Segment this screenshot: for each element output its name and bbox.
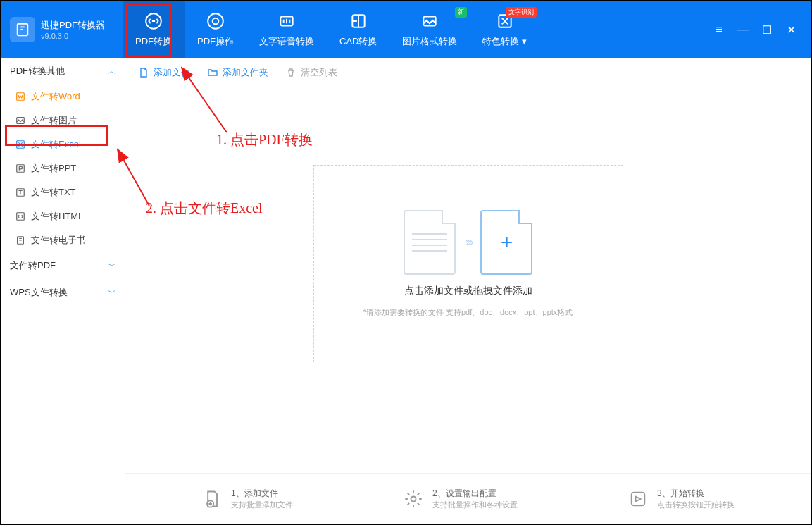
svg-rect-11 [17, 165, 25, 173]
sidebar-item-label: 文件转Excel [31, 138, 81, 151]
nav-tab-special[interactable]: 文字识别 特色转换 ▾ [470, 1, 539, 58]
sidebar-item-label: 文件转Word [31, 90, 80, 103]
step-1: 1、添加文件 支持批量添加文件 [201, 488, 293, 510]
convert-icon [627, 488, 649, 509]
file-icon [138, 67, 149, 78]
step-3: 3、开始转换 点击转换按钮开始转换 [627, 488, 735, 510]
group-label: PDF转换其他 [10, 65, 65, 78]
dropzone-subtitle: *请添加需要转换的文件 支持pdf、doc、docx、ppt、pptx格式 [363, 307, 573, 318]
step-title: 1、添加文件 [231, 488, 293, 500]
gear-icon [206, 11, 225, 31]
menu-icon[interactable]: ≡ [713, 24, 725, 35]
word-icon [15, 92, 25, 101]
image-icon [420, 11, 439, 31]
chevron-up-icon: ︿ [108, 66, 116, 78]
sidebar: PDF转换其他 ︿ 文件转Word 文件转图片 文件转Excel 文件转PPT [1, 58, 125, 524]
nav-tab-image[interactable]: 新 图片格式转换 [389, 1, 470, 58]
excel-icon [15, 140, 25, 149]
sidebar-group-header[interactable]: WPS文件转换 ﹀ [1, 279, 125, 306]
add-folder-button[interactable]: 添加文件夹 [207, 66, 268, 79]
sidebar-item-ebook[interactable]: 文件转电子书 [1, 228, 125, 252]
sidebar-item-label: 文件转图片 [31, 114, 77, 127]
sidebar-group-pdf-to-other: PDF转换其他 ︿ 文件转Word 文件转图片 文件转Excel 文件转PPT [1, 58, 125, 252]
toolbar-label: 添加文件 [154, 66, 190, 79]
add-file-icon [201, 488, 223, 509]
sidebar-item-ppt[interactable]: 文件转PPT [1, 156, 125, 180]
add-file-icon: + [480, 210, 532, 275]
html-icon [15, 211, 25, 221]
sidebar-group-header[interactable]: 文件转PDF ﹀ [1, 252, 125, 279]
sidebar-group-header[interactable]: PDF转换其他 ︿ [1, 58, 125, 85]
folder-icon [207, 67, 218, 78]
logo-area: 迅捷PDF转换器 v9.0.3.0 [10, 17, 123, 42]
nav-tab-label: 文字语音转换 [259, 35, 314, 48]
audio-icon [277, 11, 296, 31]
footer-steps: 1、添加文件 支持批量添加文件 2、设置输出配置 支持批量操作和各种设置 3、开… [125, 473, 811, 524]
chevron-down-icon: ▾ [522, 36, 527, 47]
dropzone[interactable]: › › › + 点击添加文件或拖拽文件添加 *请添加需要转换的文件 支持pdf、… [313, 165, 623, 362]
sidebar-item-html[interactable]: 文件转HTMl [1, 204, 125, 228]
plus-icon: + [501, 230, 513, 254]
sidebar-group-to-pdf: 文件转PDF ﹀ [1, 252, 125, 279]
titlebar: 迅捷PDF转换器 v9.0.3.0 PDF转换 PDF操作 文字语音转换 CAD… [1, 1, 811, 58]
badge-ocr: 文字识别 [506, 7, 537, 18]
app-logo-icon [10, 17, 35, 42]
nav-tabs: PDF转换 PDF操作 文字语音转换 CAD转换 新 图片格式转换 文字识别 特… [123, 1, 713, 58]
svg-point-2 [208, 13, 223, 29]
sidebar-item-txt[interactable]: 文件转TXT [1, 180, 125, 204]
image-icon [15, 116, 25, 125]
settings-icon [403, 488, 424, 509]
close-icon[interactable]: ✕ [785, 24, 797, 35]
cad-icon [349, 11, 368, 31]
chevron-down-icon: ﹀ [108, 260, 116, 272]
badge-new: 新 [455, 7, 467, 18]
dropzone-title: 点击添加文件或拖拽文件添加 [404, 285, 532, 297]
group-label: 文件转PDF [10, 259, 56, 272]
ppt-icon [15, 163, 25, 173]
nav-tab-pdf-ops[interactable]: PDF操作 [185, 1, 246, 58]
sidebar-item-label: 文件转电子书 [31, 234, 86, 247]
sidebar-group-wps: WPS文件转换 ﹀ [1, 279, 125, 306]
sidebar-item-word[interactable]: 文件转Word [1, 85, 125, 109]
nav-tab-label: PDF转换 [135, 35, 172, 48]
content: 添加文件 添加文件夹 清空列表 › › › + [125, 58, 811, 524]
txt-icon [15, 187, 25, 197]
sidebar-item-excel[interactable]: 文件转Excel [1, 132, 125, 156]
sidebar-item-label: 文件转HTMl [31, 210, 80, 223]
app-title: 迅捷PDF转换器 [41, 19, 105, 32]
step-2: 2、设置输出配置 支持批量操作和各种设置 [403, 488, 518, 510]
app-version: v9.0.3.0 [41, 32, 105, 40]
nav-tab-cad[interactable]: CAD转换 [327, 1, 389, 58]
add-file-button[interactable]: 添加文件 [138, 66, 190, 79]
dropzone-illustration: › › › + [404, 210, 533, 275]
group-label: WPS文件转换 [10, 286, 68, 299]
toolbar-label: 清空列表 [301, 66, 337, 79]
arrow-icon: › › › [466, 235, 471, 249]
toolbar-label: 添加文件夹 [223, 66, 268, 79]
sidebar-item-label: 文件转TXT [31, 186, 76, 199]
nav-tab-label: 特色转换 ▾ [482, 35, 527, 48]
nav-tab-label: 图片格式转换 [402, 35, 457, 48]
minimize-icon[interactable]: — [737, 24, 749, 35]
toolbar: 添加文件 添加文件夹 清空列表 [125, 58, 811, 87]
nav-tab-audio[interactable]: 文字语音转换 [246, 1, 327, 58]
nav-tab-pdf-convert[interactable]: PDF转换 [123, 1, 185, 58]
step-title: 3、开始转换 [657, 488, 735, 500]
trash-icon [285, 67, 296, 78]
svg-rect-17 [632, 492, 645, 505]
step-title: 2、设置输出配置 [432, 488, 518, 500]
step-sub: 支持批量操作和各种设置 [432, 500, 518, 510]
nav-tab-label: CAD转换 [339, 35, 377, 48]
step-sub: 支持批量添加文件 [231, 500, 293, 510]
step-sub: 点击转换按钮开始转换 [657, 500, 735, 510]
nav-tab-label: PDF操作 [197, 35, 234, 48]
clear-list-button[interactable]: 清空列表 [285, 66, 337, 79]
swap-icon [144, 11, 163, 31]
svg-point-16 [411, 496, 416, 501]
window-controls: ≡ — ☐ ✕ [713, 24, 802, 35]
maximize-icon[interactable]: ☐ [761, 24, 773, 35]
chevron-down-icon: ﹀ [108, 287, 116, 299]
svg-point-3 [213, 18, 219, 25]
sidebar-item-image[interactable]: 文件转图片 [1, 109, 125, 132]
document-icon [404, 210, 456, 275]
